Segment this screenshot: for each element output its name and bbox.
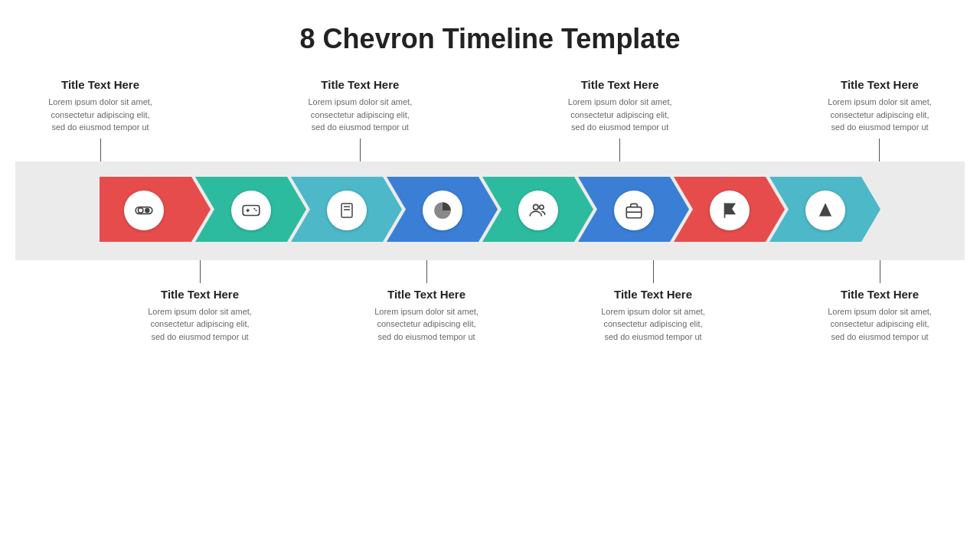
group-icon: [528, 201, 548, 220]
svg-point-16: [533, 204, 538, 210]
svg-point-8: [253, 208, 255, 210]
svg-rect-11: [341, 204, 352, 217]
top-label-5: Title Text Here Lorem ipsum dolor sit am…: [567, 78, 674, 161]
gamepad-icon: [241, 201, 261, 220]
piechart-icon: [433, 201, 452, 220]
svg-marker-24: [818, 203, 831, 217]
top-label-1: Title Text Here Lorem ipsum dolor sit am…: [47, 78, 154, 161]
flag-icon: [720, 201, 740, 220]
svg-point-2: [145, 208, 150, 214]
top-label-3: Title Text Here Lorem ipsum dolor sit am…: [306, 78, 413, 161]
bottom-label-8: Title Text Here Lorem ipsum dolor sit am…: [826, 260, 933, 344]
desktop-icon: [338, 201, 356, 220]
slide: 8 Chevron Timeline Template Title Text H…: [0, 0, 980, 551]
main-title: 8 Chevron Timeline Template: [300, 23, 681, 55]
svg-point-17: [539, 205, 543, 209]
svg-rect-5: [243, 206, 260, 216]
briefcase-icon: [624, 201, 644, 220]
top-label-7: Title Text Here Lorem ipsum dolor sit am…: [826, 78, 933, 161]
bottom-label-2: Title Text Here Lorem ipsum dolor sit am…: [146, 260, 253, 344]
cone-icon: [815, 201, 835, 220]
chevron-row: [15, 161, 965, 260]
bottom-label-6: Title Text Here Lorem ipsum dolor sit am…: [599, 260, 707, 344]
bottom-label-4: Title Text Here Lorem ipsum dolor sit am…: [373, 260, 480, 344]
svg-point-9: [255, 210, 256, 211]
toggle-icon: [134, 201, 154, 220]
svg-point-3: [138, 208, 143, 214]
